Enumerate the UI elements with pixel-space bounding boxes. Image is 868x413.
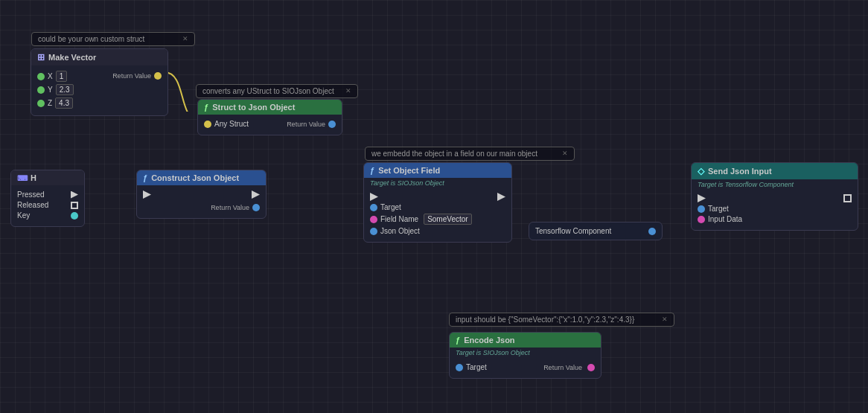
comment-custom-struct: could be your own custom struct ✕ (31, 32, 195, 46)
tf-component-label: Tensorflow Component (535, 227, 611, 235)
port-z-value[interactable]: 4.3 (55, 97, 73, 109)
port-z-dot[interactable] (37, 100, 45, 107)
node-set-object-field[interactable]: ƒ Set Object Field Target is SIOJson Obj… (363, 162, 512, 243)
send-json-icon: ◇ (698, 166, 704, 176)
node-h-key[interactable]: ⌨ H Pressed Released Key (10, 170, 85, 227)
port-set-target: Target (370, 203, 505, 211)
h-key-header: ⌨ H (11, 170, 84, 185)
encode-target-dot[interactable] (456, 364, 463, 371)
port-encode-target: Target (456, 363, 487, 371)
field-name-label: Field Name (380, 215, 418, 223)
set-field-header: ƒ Set Object Field (364, 163, 511, 178)
return-value-label: Return Value (112, 72, 151, 80)
port-pressed: Pressed (17, 191, 78, 199)
released-exec-dot[interactable] (71, 202, 78, 209)
port-field-name: Field Name SomeVector (370, 214, 505, 225)
send-json-title: Send Json Input (708, 167, 772, 176)
send-target-label: Target (708, 205, 729, 213)
return-value-dot[interactable] (154, 72, 162, 80)
pressed-exec-dot[interactable] (71, 191, 78, 199)
encode-json-title: Encode Json (464, 336, 514, 345)
set-field-title: Set Object Field (378, 166, 440, 175)
set-field-icon: ƒ (370, 166, 374, 175)
port-json-object: Json Object (370, 227, 505, 235)
encode-json-header: ƒ Encode Json (450, 333, 601, 348)
port-send-target: Target (698, 205, 852, 213)
struct-return-label: Return Value (287, 121, 325, 128)
comment-converts: converts any UStruct to SIOJson Object ✕ (196, 84, 358, 98)
node-tensorflow-component[interactable]: Tensorflow Component (529, 222, 663, 240)
port-x-value[interactable]: 1 (56, 71, 68, 82)
input-data-label: Input Data (708, 215, 742, 223)
port-any-struct: Any Struct (204, 120, 249, 128)
port-encode-return: Return Value (543, 364, 595, 371)
set-field-exec-in[interactable] (370, 193, 378, 201)
struct-json-icon: ƒ (204, 103, 208, 112)
set-target-label: Target (380, 203, 401, 211)
construct-return-label: Return Value (211, 204, 249, 211)
port-y-value[interactable]: 2.3 (56, 84, 74, 95)
released-label: Released (17, 201, 68, 209)
make-vector-title: Make Vector (48, 53, 96, 62)
construct-json-exec-in[interactable] (143, 191, 151, 199)
set-field-exec-out[interactable] (497, 193, 505, 201)
encode-json-icon: ƒ (456, 336, 460, 345)
construct-json-header: ƒ Construct Json Object (137, 170, 266, 185)
node-send-json-input[interactable]: ◇ Send Json Input Target is Tensorflow C… (691, 162, 858, 231)
port-x: X 1 (37, 71, 74, 82)
port-z-label: Z (48, 99, 52, 107)
comment-input-should: input should be {"SomeVector":{"x":1.0,"… (449, 313, 674, 327)
struct-json-title: Struct to Json Object (212, 103, 295, 112)
construct-json-title: Construct Json Object (151, 173, 239, 182)
port-struct-return: Return Value (287, 121, 336, 128)
send-json-exec-in[interactable] (698, 194, 706, 202)
construct-return-dot[interactable] (252, 204, 260, 211)
tf-component-dot[interactable] (648, 228, 656, 235)
port-z: Z 4.3 (37, 97, 74, 109)
send-json-exec-out[interactable] (843, 194, 852, 202)
encode-json-subtitle: Target is SIOJson Object (450, 348, 601, 358)
port-input-data: Input Data (698, 215, 852, 223)
port-y: Y 2.3 (37, 84, 74, 95)
comment-embed: we embedd the object in a field on our m… (365, 147, 575, 161)
encode-return-label: Return Value (543, 364, 582, 371)
input-data-dot[interactable] (698, 216, 705, 223)
port-key: Key (17, 211, 78, 220)
make-vector-icon: ⊞ (37, 52, 45, 63)
node-struct-to-json[interactable]: ƒ Struct to Json Object Any Struct Retur… (197, 99, 342, 135)
set-field-subtitle: Target is SIOJson Object (364, 178, 511, 188)
port-x-label: X (48, 72, 53, 80)
node-construct-json[interactable]: ƒ Construct Json Object Return Value (136, 170, 267, 219)
h-key-title: H (31, 173, 36, 182)
any-struct-label: Any Struct (214, 120, 249, 128)
json-object-label: Json Object (380, 227, 420, 235)
port-y-label: Y (48, 86, 53, 94)
port-y-dot[interactable] (37, 86, 45, 94)
key-label: Key (17, 211, 68, 220)
port-x-dot[interactable] (37, 73, 45, 80)
encode-target-label: Target (466, 363, 487, 371)
construct-json-icon: ƒ (143, 173, 147, 182)
port-released: Released (17, 201, 78, 209)
any-struct-dot[interactable] (204, 121, 211, 128)
send-json-header: ◇ Send Json Input (692, 163, 858, 179)
node-encode-json[interactable]: ƒ Encode Json Target is SIOJson Object T… (449, 332, 601, 379)
node-make-vector[interactable]: ⊞ Make Vector X 1 Y 2.3 Z 4.3 (31, 48, 168, 116)
port-return-value: Return Value (112, 72, 162, 80)
port-construct-return: Return Value (211, 204, 260, 211)
key-dot[interactable] (71, 212, 78, 220)
field-name-value[interactable]: SomeVector (424, 214, 471, 225)
struct-to-json-header: ƒ Struct to Json Object (198, 100, 342, 115)
json-object-dot[interactable] (370, 228, 377, 235)
pressed-label: Pressed (17, 191, 68, 199)
h-key-icon: ⌨ (17, 174, 28, 182)
send-json-subtitle: Target is Tensorflow Component (692, 179, 858, 190)
make-vector-header: ⊞ Make Vector (31, 49, 167, 65)
set-target-dot[interactable] (370, 204, 377, 211)
field-name-dot[interactable] (370, 216, 377, 223)
send-target-dot[interactable] (698, 205, 705, 213)
struct-return-dot[interactable] (328, 121, 336, 128)
encode-return-dot[interactable] (587, 364, 595, 371)
construct-json-exec-out[interactable] (252, 191, 260, 199)
